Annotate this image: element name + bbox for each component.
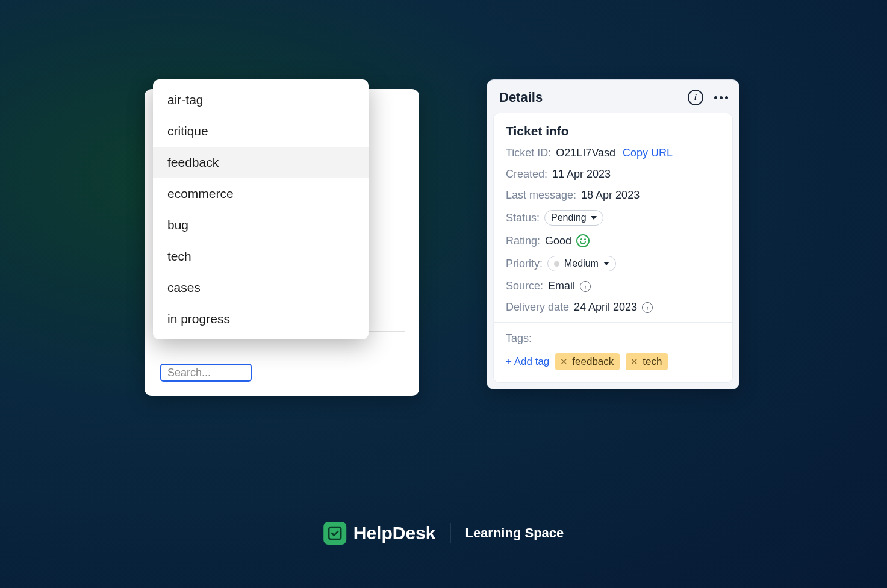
- priority-row: Priority: Medium: [506, 256, 720, 271]
- brand-left: HelpDesk: [323, 522, 436, 545]
- status-dropdown[interactable]: Pending: [544, 210, 603, 226]
- dropdown-item[interactable]: feedback: [153, 147, 369, 178]
- tag-label: tech: [643, 356, 662, 368]
- ticket-info-title: Ticket info: [506, 124, 720, 138]
- priority-dropdown[interactable]: Medium: [547, 256, 616, 271]
- search-input[interactable]: [160, 364, 252, 382]
- info-icon[interactable]: i: [580, 281, 591, 292]
- created-row: Created: 11 Apr 2023: [506, 168, 720, 181]
- tag-chip: ✕tech: [626, 353, 668, 370]
- dropdown-item[interactable]: ecommerce: [153, 178, 369, 209]
- svg-rect-0: [329, 527, 341, 539]
- priority-dot-icon: [554, 261, 559, 267]
- last-message-row: Last message: 18 Apr 2023: [506, 189, 720, 202]
- delivery-label: Delivery date: [506, 301, 569, 314]
- last-message-value: 18 Apr 2023: [581, 189, 640, 202]
- details-card: Details i Ticket info Ticket ID: O21LI7V…: [487, 79, 739, 389]
- dropdown-item[interactable]: bug: [153, 209, 369, 241]
- tag-chip: ✕feedback: [555, 353, 620, 370]
- helpdesk-logo-icon: [323, 522, 346, 545]
- dropdown-item[interactable]: cases: [153, 272, 369, 303]
- status-label: Status:: [506, 212, 540, 224]
- priority-label: Priority:: [506, 258, 543, 270]
- ticket-id-label: Ticket ID:: [506, 147, 551, 159]
- ticket-info-card: Ticket info Ticket ID: O21LI7Vasd Copy U…: [493, 113, 733, 383]
- tag-dropdown: air-tagcritiquefeedbackecommercebugtechc…: [153, 79, 369, 339]
- remove-tag-icon[interactable]: ✕: [630, 356, 638, 367]
- remove-tag-icon[interactable]: ✕: [560, 356, 568, 367]
- rating-label: Rating:: [506, 235, 540, 247]
- created-label: Created:: [506, 168, 547, 181]
- smiley-icon: [576, 234, 590, 247]
- delivery-value: 24 April 2023: [574, 301, 637, 314]
- ticket-id-row: Ticket ID: O21LI7Vasd Copy URL: [506, 147, 720, 159]
- tags-row: + Add tag ✕feedback✕tech: [506, 353, 720, 370]
- brand-sub: Learning Space: [465, 525, 564, 541]
- chevron-down-icon: [603, 262, 609, 265]
- tags-label-row: Tags:: [506, 332, 720, 345]
- info-icon[interactable]: i: [688, 90, 703, 105]
- add-tag-button[interactable]: + Add tag: [506, 356, 549, 368]
- details-title: Details: [499, 90, 688, 105]
- details-header: Details i: [493, 86, 733, 113]
- more-icon[interactable]: [714, 96, 728, 99]
- ticket-id-value: O21LI7Vasd: [556, 147, 615, 159]
- info-icon[interactable]: i: [642, 302, 653, 313]
- priority-value: Medium: [564, 258, 599, 269]
- rating-value: Good: [545, 235, 571, 247]
- brand-name: HelpDesk: [353, 523, 436, 543]
- dropdown-item[interactable]: tech: [153, 241, 369, 272]
- source-row: Source: Email i: [506, 280, 720, 292]
- copy-url-link[interactable]: Copy URL: [623, 147, 673, 159]
- brand-divider: [450, 523, 450, 543]
- status-row: Status: Pending: [506, 210, 720, 226]
- delivery-row: Delivery date 24 April 2023 i: [506, 301, 720, 314]
- source-label: Source:: [506, 280, 543, 292]
- last-message-label: Last message:: [506, 189, 576, 202]
- footer-brand: HelpDesk Learning Space: [323, 522, 564, 545]
- status-value: Pending: [551, 212, 587, 223]
- dropdown-item[interactable]: critique: [153, 116, 369, 147]
- tag-label: feedback: [572, 356, 614, 368]
- created-value: 11 Apr 2023: [552, 168, 611, 181]
- dropdown-item[interactable]: in progress: [153, 303, 369, 335]
- tags-divider: [494, 322, 732, 323]
- tags-label: Tags:: [506, 332, 532, 345]
- rating-row: Rating: Good: [506, 234, 720, 247]
- dropdown-item[interactable]: air-tag: [153, 84, 369, 116]
- source-value: Email: [548, 280, 575, 292]
- header-actions: i: [688, 90, 728, 105]
- chevron-down-icon: [591, 216, 597, 220]
